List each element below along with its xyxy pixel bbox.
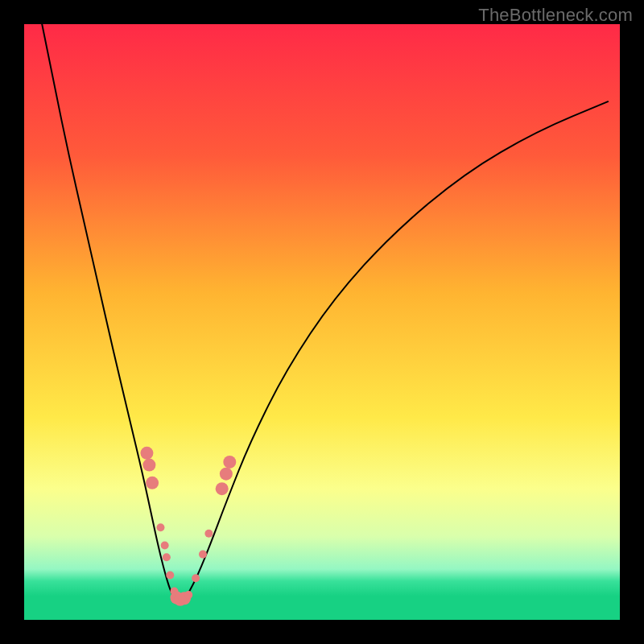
data-marker bbox=[204, 530, 213, 538]
chart-svg bbox=[24, 24, 620, 620]
data-marker bbox=[142, 459, 155, 472]
data-marker bbox=[146, 477, 159, 489]
data-marker bbox=[192, 574, 200, 582]
data-marker bbox=[199, 551, 207, 559]
data-marker bbox=[216, 482, 229, 495]
data-marker bbox=[140, 447, 153, 460]
chart-plot-area bbox=[24, 24, 620, 620]
watermark-text: TheBottleneck.com bbox=[478, 5, 633, 26]
data-marker bbox=[220, 468, 233, 481]
data-marker bbox=[156, 523, 164, 531]
data-marker bbox=[166, 572, 174, 580]
data-marker bbox=[223, 456, 236, 469]
data-marker bbox=[184, 591, 192, 599]
data-marker bbox=[163, 553, 171, 561]
chart-frame: TheBottleneck.com bbox=[0, 0, 644, 644]
data-marker bbox=[161, 542, 169, 550]
chart-background bbox=[24, 24, 620, 620]
